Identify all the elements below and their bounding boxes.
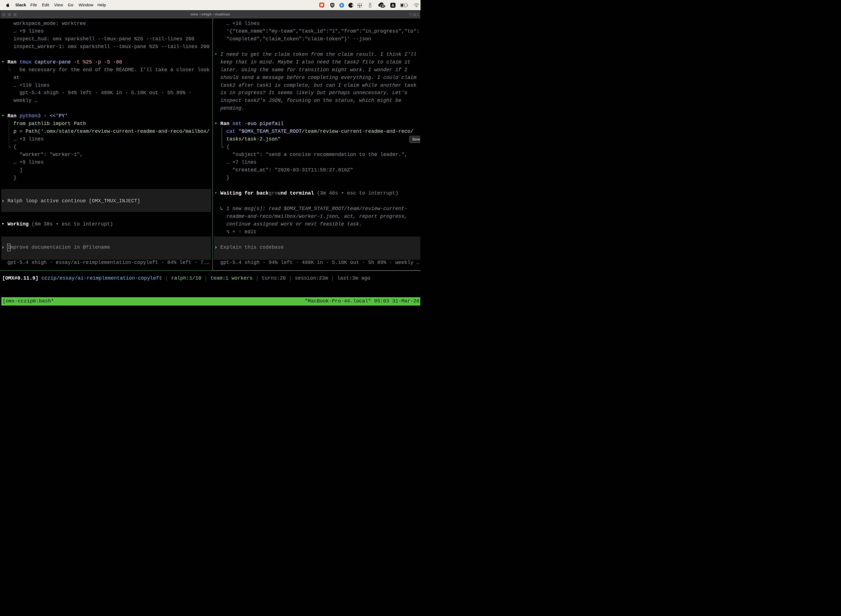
svg-text:A: A bbox=[391, 3, 394, 7]
svg-text:..61: ..61 bbox=[381, 5, 385, 7]
